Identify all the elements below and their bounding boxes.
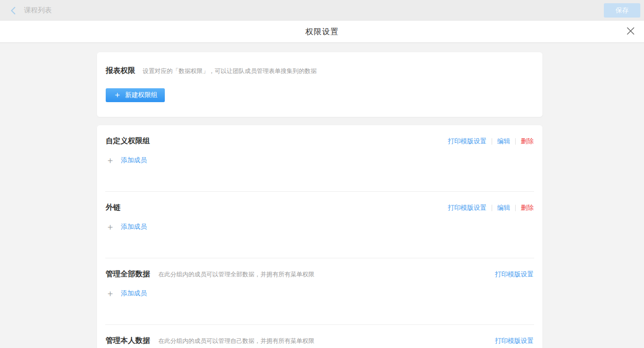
group-name: 自定义权限组 xyxy=(106,136,150,146)
plus-icon: ＋ xyxy=(106,156,114,165)
modal-body: 报表权限 设置对应的「数据权限」，可以让团队成员管理表单搜集到的数据 ＋ 新建权… xyxy=(0,43,644,348)
new-permission-group-button[interactable]: ＋ 新建权限组 xyxy=(106,88,165,102)
print-template-settings-link[interactable]: 打印模版设置 xyxy=(495,270,534,279)
permission-group-row: 管理本人数据 在此分组内的成员可以管理自己数据，并拥有所有菜单权限 打印模版设置… xyxy=(105,325,534,348)
print-template-settings-link[interactable]: 打印模版设置 xyxy=(495,337,534,345)
group-header: 管理全部数据 在此分组内的成员可以管理全部数据，并拥有所有菜单权限 打印模版设置 xyxy=(106,269,534,279)
action-separator xyxy=(515,205,516,211)
plus-icon: ＋ xyxy=(106,289,114,298)
group-actions: 打印模版设置 编辑 删除 xyxy=(448,204,534,212)
action-separator xyxy=(492,138,492,145)
add-member-label: 添加成员 xyxy=(121,289,147,298)
group-actions: 打印模版设置 xyxy=(495,270,534,279)
add-member-label: 添加成员 xyxy=(121,223,147,231)
plus-icon: ＋ xyxy=(113,91,121,99)
permission-group-row: 外链 打印模版设置 编辑 删除 ＋ 添加成员 xyxy=(105,192,534,258)
close-icon xyxy=(626,27,635,37)
print-template-settings-link[interactable]: 打印模版设置 xyxy=(448,137,487,146)
delete-link[interactable]: 删除 xyxy=(521,204,534,212)
group-name: 管理全部数据 xyxy=(106,269,150,279)
group-header: 外链 打印模版设置 编辑 删除 xyxy=(106,203,534,213)
new-permission-group-label: 新建权限组 xyxy=(125,91,157,99)
report-permissions-header: 报表权限 设置对应的「数据权限」，可以让团队成员管理表单搜集到的数据 xyxy=(106,66,533,76)
save-button[interactable]: 保存 xyxy=(604,3,640,18)
add-member-label: 添加成员 xyxy=(121,156,147,165)
top-app-bar: 课程列表 保存 xyxy=(0,0,644,21)
close-button[interactable] xyxy=(626,27,635,37)
group-name: 外链 xyxy=(106,203,120,213)
group-description: 在此分组内的成员可以管理全部数据，并拥有所有菜单权限 xyxy=(158,270,314,279)
section-title: 报表权限 xyxy=(106,66,135,76)
print-template-settings-link[interactable]: 打印模版设置 xyxy=(448,204,487,212)
section-description: 设置对应的「数据权限」，可以让团队成员管理表单搜集到的数据 xyxy=(143,67,317,75)
report-permissions-card: 报表权限 设置对应的「数据权限」，可以让团队成员管理表单搜集到的数据 ＋ 新建权… xyxy=(97,52,542,117)
add-member-button[interactable]: ＋ 添加成员 xyxy=(106,156,534,165)
page-breadcrumb-label: 课程列表 xyxy=(24,6,52,15)
group-actions: 打印模版设置 编辑 删除 xyxy=(448,137,534,146)
group-actions: 打印模版设置 xyxy=(495,337,534,345)
add-member-button[interactable]: ＋ 添加成员 xyxy=(106,222,534,232)
plus-icon: ＋ xyxy=(106,222,114,232)
group-description: 在此分组内的成员可以管理自己数据，并拥有所有菜单权限 xyxy=(158,337,314,345)
back-button[interactable] xyxy=(10,6,17,15)
edit-link[interactable]: 编辑 xyxy=(497,204,510,212)
group-name: 管理本人数据 xyxy=(106,336,150,346)
add-member-button[interactable]: ＋ 添加成员 xyxy=(106,289,534,298)
action-separator xyxy=(515,138,516,145)
permission-group-row: 管理全部数据 在此分组内的成员可以管理全部数据，并拥有所有菜单权限 打印模版设置… xyxy=(105,258,534,325)
modal-title: 权限设置 xyxy=(306,26,339,37)
group-header: 管理本人数据 在此分组内的成员可以管理自己数据，并拥有所有菜单权限 打印模版设置 xyxy=(106,336,534,346)
chevron-left-icon xyxy=(10,6,17,15)
action-separator xyxy=(492,205,492,211)
delete-link[interactable]: 删除 xyxy=(521,137,534,146)
permission-group-row: 自定义权限组 打印模版设置 编辑 删除 ＋ 添加成员 xyxy=(105,125,534,192)
permission-groups-card: 自定义权限组 打印模版设置 编辑 删除 ＋ 添加成员 外链 打印模版设置 xyxy=(97,125,542,348)
modal-header: 权限设置 xyxy=(0,21,644,43)
edit-link[interactable]: 编辑 xyxy=(497,137,510,146)
group-header: 自定义权限组 打印模版设置 编辑 删除 xyxy=(106,136,534,146)
